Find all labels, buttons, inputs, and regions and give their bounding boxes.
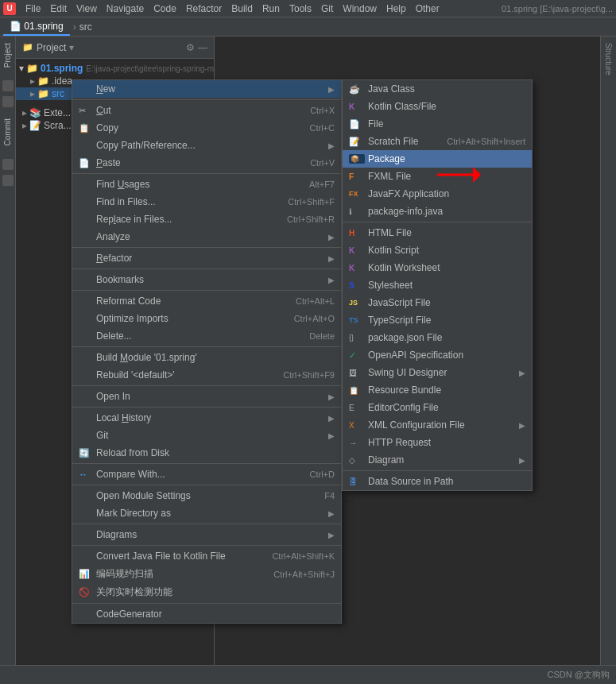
ctx-rebuild[interactable]: Rebuild '<default>' Ctrl+Shift+F9 xyxy=(72,366,341,384)
ctx-cut-label: Cut xyxy=(96,105,304,116)
ctx-refactor[interactable]: Refactor ▶ xyxy=(72,249,341,267)
sub-resource-bundle[interactable]: 📋 Resource Bundle xyxy=(343,381,532,399)
sub-datasource[interactable]: 🗄 Data Source in Path xyxy=(343,473,532,490)
menu-navigate[interactable]: Navigate xyxy=(102,2,149,16)
sub-datasource-icon: 🗄 xyxy=(349,477,365,486)
sub-scratch[interactable]: 📝 Scratch File Ctrl+Alt+Shift+Insert xyxy=(343,133,532,150)
sub-html[interactable]: H HTML File xyxy=(343,224,532,242)
ctx-paste-shortcut: Ctrl+V xyxy=(310,158,335,168)
sub-http-label: HTTP Request xyxy=(368,437,525,448)
ctx-replace-files[interactable]: Replace in Files... Ctrl+Shift+R xyxy=(72,211,341,228)
ctx-mark-dir[interactable]: Mark Directory as ▶ xyxy=(72,504,341,522)
ctx-new[interactable]: New ▶ xyxy=(72,80,341,98)
ctx-close-detect-icon: 🚫 xyxy=(79,587,93,597)
ctx-diagrams-arrow: ▶ xyxy=(328,531,335,539)
sub-package-info-icon: ℹ xyxy=(349,207,365,216)
ctx-find-files[interactable]: Find in Files... Ctrl+Shift+F xyxy=(72,193,341,211)
tree-root-path: E:\java-project\gitee\spring-spring-mvc-… xyxy=(86,64,214,73)
ctx-new-label: New xyxy=(96,83,325,95)
ctx-rebuild-shortcut: Ctrl+Shift+F9 xyxy=(283,370,335,380)
ctx-paste[interactable]: 📄 Paste Ctrl+V xyxy=(72,154,341,172)
menu-git[interactable]: Git xyxy=(316,2,338,16)
ctx-optimize[interactable]: Optimize Imports Ctrl+Alt+O xyxy=(72,310,341,327)
tree-project-icon: 📁 xyxy=(26,63,38,74)
ctx-reload-label: Reload from Disk xyxy=(96,447,335,458)
ctx-compare[interactable]: ↔ Compare With... Ctrl+D xyxy=(72,466,341,483)
sub-xml-config-label: XML Configuration File xyxy=(368,419,516,431)
menu-edit[interactable]: Edit xyxy=(45,2,72,16)
menu-window[interactable]: Window xyxy=(338,2,382,16)
sub-kotlin-class[interactable]: K Kotlin Class/File xyxy=(343,98,532,115)
project-gear-icon[interactable]: ⚙ xyxy=(186,42,195,53)
right-tab-structure[interactable]: Structure xyxy=(604,43,613,75)
project-minimize-icon[interactable]: — xyxy=(198,42,207,53)
sub-java-class[interactable]: ☕ Java Class xyxy=(343,80,532,98)
ctx-close-detect[interactable]: 🚫 关闭实时检测功能 xyxy=(72,583,341,601)
ctx-bookmarks[interactable]: Bookmarks ▶ xyxy=(72,271,341,288)
sidebar-icon-2 xyxy=(2,96,14,107)
tree-ext-label: Exte... xyxy=(44,107,71,118)
sub-ts[interactable]: TS TypeScript File xyxy=(343,311,532,329)
menu-tools[interactable]: Tools xyxy=(285,2,316,16)
sidebar-commit-tab[interactable]: Commit xyxy=(3,118,12,145)
ctx-code-scan[interactable]: 📊 编码规约扫描 Ctrl+Alt+Shift+J xyxy=(72,565,341,583)
ctx-git[interactable]: Git ▶ xyxy=(72,427,341,444)
ctx-convert-kotlin[interactable]: Convert Java File to Kotlin File Ctrl+Al… xyxy=(72,547,341,565)
project-header: 📁 Project ▾ ⚙ — xyxy=(16,37,214,59)
sub-swing[interactable]: 🖼 Swing UI Designer ▶ xyxy=(343,364,532,381)
tree-expand-icon: ▾ xyxy=(19,63,24,74)
ctx-refactor-arrow: ▶ xyxy=(328,254,335,263)
sub-file[interactable]: 📄 File xyxy=(343,115,532,133)
ctx-build-module[interactable]: Build Module '01.spring' xyxy=(72,349,341,366)
sub-http[interactable]: → HTTP Request xyxy=(343,434,532,451)
ctx-codegenerator[interactable]: CodeGenerator xyxy=(72,605,341,623)
sub-editorconfig[interactable]: E EditorConfig File xyxy=(343,399,532,416)
tree-item-root[interactable]: ▾ 📁 01.spring E:\java-project\gitee\spri… xyxy=(16,62,214,75)
ctx-cut-icon: ✂ xyxy=(79,106,93,116)
menu-file[interactable]: File xyxy=(21,2,45,16)
sub-kotlin-script[interactable]: K Kotlin Script xyxy=(343,242,532,259)
menu-refactor[interactable]: Refactor xyxy=(181,2,227,16)
sub-js[interactable]: JS JavaScript File xyxy=(343,294,532,311)
ctx-copy[interactable]: 📋 Copy Ctrl+C xyxy=(72,119,341,137)
ctx-open-in[interactable]: Open In ▶ xyxy=(72,388,341,405)
ctx-local-history[interactable]: Local History ▶ xyxy=(72,409,341,427)
sub-diagram[interactable]: ◇ Diagram ▶ xyxy=(343,451,532,469)
sub-stylesheet-label: Stylesheet xyxy=(368,280,525,291)
sub-package-info[interactable]: ℹ package-info.java xyxy=(343,203,532,220)
ctx-copy-icon: 📋 xyxy=(79,123,93,133)
tab-spring[interactable]: 📄 01.spring xyxy=(3,18,70,36)
menu-code[interactable]: Code xyxy=(149,2,181,16)
ctx-diagrams[interactable]: Diagrams ▶ xyxy=(72,526,341,543)
sub-resource-bundle-label: Resource Bundle xyxy=(368,385,525,396)
ctx-reformat-shortcut: Ctrl+Alt+L xyxy=(296,296,335,306)
sub-xml-config[interactable]: X XML Configuration File ▶ xyxy=(343,416,532,434)
ctx-delete[interactable]: Delete... Delete xyxy=(72,327,341,345)
menu-build[interactable]: Build xyxy=(227,2,258,16)
menu-view[interactable]: View xyxy=(72,2,102,16)
ctx-analyze[interactable]: Analyze ▶ xyxy=(72,228,341,245)
ctx-copy-path[interactable]: Copy Path/Reference... ▶ xyxy=(72,137,341,154)
sub-openapi[interactable]: ✓ OpenAPI Specification xyxy=(343,346,532,364)
sidebar-project-tab[interactable]: Project xyxy=(3,43,12,68)
ctx-cut[interactable]: ✂ Cut Ctrl+X xyxy=(72,102,341,119)
sub-stylesheet[interactable]: S Stylesheet xyxy=(343,276,532,294)
sub-package-json[interactable]: {} package.json File xyxy=(343,329,532,346)
menu-other[interactable]: Other xyxy=(411,2,444,16)
ctx-diagrams-label: Diagrams xyxy=(96,529,325,540)
ctx-copy-label: Copy xyxy=(96,122,304,133)
sub-sep-1 xyxy=(343,222,532,222)
ctx-optimize-shortcut: Ctrl+Alt+O xyxy=(294,314,335,323)
menu-run[interactable]: Run xyxy=(258,2,285,16)
sub-kotlin-worksheet[interactable]: K Kotlin Worksheet xyxy=(343,259,532,276)
tree-scratch-icon: 📝 xyxy=(29,120,41,131)
ctx-find-usages[interactable]: Find Usages Alt+F7 xyxy=(72,176,341,193)
app-logo: U xyxy=(3,2,16,15)
project-dropdown-icon[interactable]: ▾ xyxy=(69,42,74,53)
sub-kotlin-class-icon: K xyxy=(349,102,365,111)
ctx-reload[interactable]: 🔄 Reload from Disk xyxy=(72,444,341,462)
ctx-open-module[interactable]: Open Module Settings F4 xyxy=(72,487,341,504)
menu-help[interactable]: Help xyxy=(382,2,411,16)
sub-diagram-label: Diagram xyxy=(368,454,516,466)
ctx-reformat[interactable]: Reformat Code Ctrl+Alt+L xyxy=(72,292,341,310)
